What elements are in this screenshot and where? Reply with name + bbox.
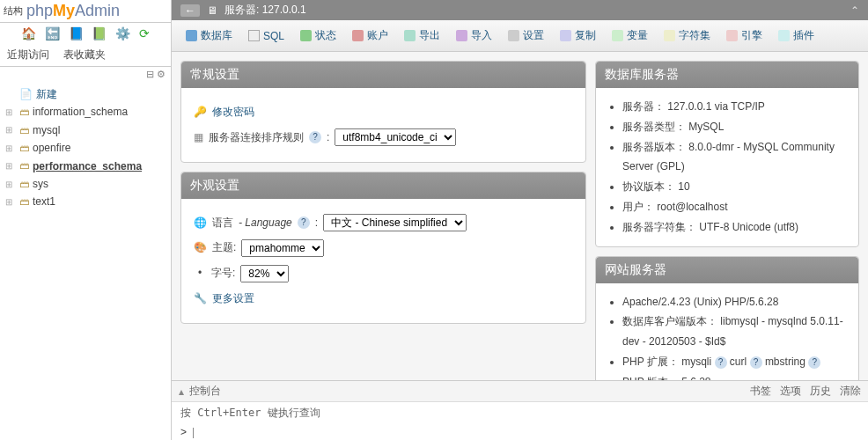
- expand-icon[interactable]: ⊞: [5, 194, 16, 209]
- reload-icon[interactable]: ⟳: [139, 26, 150, 40]
- toolbar-engines[interactable]: 引擎: [719, 26, 769, 46]
- tab-favorites[interactable]: 表收藏夹: [56, 44, 113, 66]
- key-icon: 🔑: [194, 102, 207, 122]
- toolbar-import[interactable]: 导入: [449, 26, 499, 46]
- toolbar-accounts[interactable]: 账户: [345, 26, 395, 46]
- console-title: 控制台: [189, 384, 221, 399]
- language-select[interactable]: 中文 - Chinese simplified: [323, 214, 467, 231]
- settings-icon[interactable]: ⚙️: [115, 26, 130, 40]
- webserver-ext: PHP 扩展： mysqli ? curl ? mbstring ?: [622, 352, 846, 372]
- tree-db-item[interactable]: ⊞🗃information_schema: [5, 103, 166, 121]
- webserver-client: 数据库客户端版本： libmysql - mysqlnd 5.0.11-dev …: [622, 312, 846, 352]
- docs-icon[interactable]: 📘: [69, 26, 84, 40]
- toolbar-sql[interactable]: SQL: [241, 26, 291, 46]
- back-arrow-icon[interactable]: ←: [180, 4, 200, 17]
- console-clear[interactable]: 清除: [840, 384, 861, 399]
- charsets-icon: [664, 30, 675, 41]
- expand-icon[interactable]: ⊞: [5, 141, 16, 156]
- dbserver-item: 服务器字符集： UTF-8 Unicode (utf8): [622, 217, 846, 238]
- dbserver-item: 服务器版本： 8.0.0-dmr - MySQL Community Serve…: [622, 137, 846, 178]
- right-panel: ← 🖥 服务器: 127.0.0.1 ⌃ 数据库SQL状态账户导出导入设置复制变…: [172, 0, 868, 440]
- collation-select[interactable]: utf8mb4_unicode_ci: [335, 128, 456, 146]
- more-settings-row[interactable]: 🔧 更多设置: [194, 289, 573, 309]
- console-input[interactable]: >: [172, 424, 868, 440]
- database-icon: 🗃: [19, 122, 29, 139]
- help-icon[interactable]: ?: [715, 356, 727, 369]
- expand-icon[interactable]: ⊞: [5, 177, 16, 192]
- change-password-link[interactable]: 修改密码: [212, 102, 254, 122]
- database-icon: 🗃: [19, 194, 29, 210]
- top-toolbar: 数据库SQL状态账户导出导入设置复制变量字符集引擎插件: [172, 20, 868, 52]
- console-options[interactable]: 选项: [780, 384, 801, 399]
- language-label: 语言: [212, 213, 233, 233]
- tree-controls: ⊟ ⚙: [0, 67, 171, 82]
- left-tabs: 近期访问 表收藏夹: [0, 44, 171, 67]
- theme-select[interactable]: pmahomme: [241, 239, 324, 257]
- toolbar-settings[interactable]: 设置: [501, 26, 551, 46]
- more-settings-link[interactable]: 更多设置: [212, 289, 254, 309]
- tree-new[interactable]: 📄新建: [5, 85, 166, 103]
- dbserver-item: 协议版本： 10: [622, 177, 846, 197]
- console-bookmarks[interactable]: 书签: [750, 384, 771, 399]
- toolbar-charsets[interactable]: 字符集: [657, 26, 717, 46]
- expand-icon[interactable]: ⊞: [5, 158, 16, 173]
- variables-icon: [612, 30, 623, 41]
- settings-icon: [508, 30, 519, 41]
- console-hint: 按 Ctrl+Enter 键执行查询: [172, 402, 868, 424]
- sql-icon: [248, 30, 260, 41]
- fontsize-row: • 字号: 82%: [194, 263, 573, 283]
- help-icon[interactable]: ?: [309, 131, 321, 143]
- plugins-icon: [778, 30, 790, 41]
- toolbar-databases[interactable]: 数据库: [179, 26, 239, 46]
- server-label: 服务器: 127.0.0.1: [224, 3, 306, 18]
- left-header: 结构 phpMyAdmin: [0, 0, 171, 23]
- expand-icon[interactable]: ⊞: [5, 105, 16, 120]
- collapse-icon[interactable]: ⊟: [146, 69, 154, 79]
- dbserver-item: 用户： root@localhost: [622, 197, 846, 217]
- collation-row: ▦ 服务器连接排序规则 ?: utf8mb4_unicode_ci: [194, 128, 573, 148]
- console-history[interactable]: 历史: [810, 384, 831, 399]
- fontsize-select[interactable]: 82%: [240, 265, 289, 282]
- theme-icon: 🎨: [194, 238, 207, 258]
- toolbar-variables[interactable]: 变量: [605, 26, 655, 46]
- replication-icon: [560, 30, 571, 41]
- database-icon: 🗃: [19, 140, 29, 157]
- language-row: 🌐 语言 - Language ?: 中文 - Chinese simplifi…: [194, 213, 573, 233]
- tree-db-item[interactable]: ⊞🗃sys: [5, 175, 166, 193]
- new-icon: 📄: [19, 85, 33, 103]
- help-icon[interactable]: ?: [298, 216, 310, 229]
- wrench-icon: 🔧: [194, 289, 207, 309]
- php-docs-icon[interactable]: 📗: [92, 26, 107, 40]
- tree-db-item[interactable]: ⊞🗃mysql: [5, 121, 166, 139]
- tab-recent[interactable]: 近期访问: [0, 44, 56, 66]
- collation-label: 服务器连接排序规则: [209, 128, 304, 148]
- database-icon: 🗃: [19, 158, 29, 174]
- phpmyadmin-logo[interactable]: phpMyAdmin: [26, 2, 120, 20]
- console-panel: ▴ 控制台 书签 选项 历史 清除 按 Ctrl+Enter 键执行查询 >: [172, 380, 868, 440]
- import-icon: [456, 30, 467, 41]
- panel-header: 外观设置: [181, 172, 585, 199]
- change-password-row[interactable]: 🔑 修改密码: [194, 102, 573, 122]
- general-settings-panel: 常规设置 🔑 修改密码 ▦ 服务器连接排序规则 ?: utf8mb4_unico…: [180, 61, 586, 163]
- db-tree: 📄新建 ⊞🗃information_schema ⊞🗃mysql ⊞🗃openf…: [0, 82, 171, 215]
- expand-icon[interactable]: ⊞: [5, 122, 16, 137]
- tree-db-item[interactable]: ⊞🗃performance_schema: [5, 158, 166, 175]
- panel-header: 常规设置: [181, 62, 585, 88]
- toolbar-plugins[interactable]: 插件: [771, 26, 821, 46]
- help-icon[interactable]: ?: [808, 356, 820, 369]
- toolbar-status[interactable]: 状态: [293, 26, 343, 46]
- tree-gear-icon[interactable]: ⚙: [157, 69, 166, 79]
- tree-db-item[interactable]: ⊞🗃text1: [5, 193, 166, 210]
- help-icon[interactable]: ?: [750, 356, 762, 369]
- home-icon[interactable]: 🏠: [21, 26, 36, 40]
- chevron-up-icon[interactable]: ▴: [179, 385, 184, 398]
- toolbar-replication[interactable]: 复制: [553, 26, 603, 46]
- collapse-panel-icon[interactable]: ⌃: [850, 4, 859, 17]
- globe-icon: 🌐: [194, 213, 207, 233]
- theme-row: 🎨 主题: pmahomme: [194, 238, 573, 258]
- engines-icon: [726, 30, 738, 41]
- logout-icon[interactable]: 🔚: [45, 26, 60, 40]
- toolbar-export[interactable]: 导出: [397, 26, 447, 46]
- server-bar: ← 🖥 服务器: 127.0.0.1 ⌃: [172, 0, 868, 20]
- tree-db-item[interactable]: ⊞🗃openfire: [5, 139, 166, 157]
